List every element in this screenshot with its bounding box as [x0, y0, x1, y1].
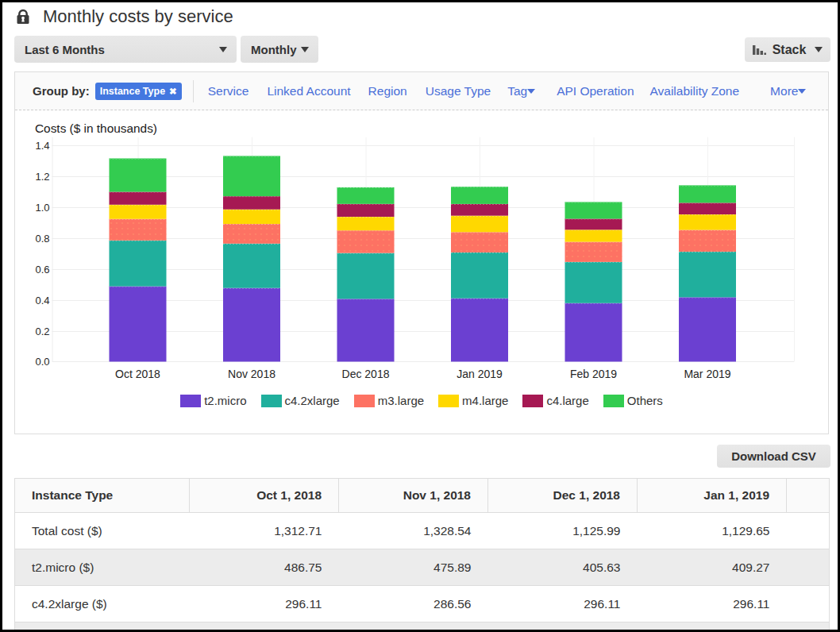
svg-text:Costs ($ in thousands): Costs ($ in thousands)	[35, 121, 157, 135]
svg-text:1.0: 1.0	[35, 202, 49, 214]
svg-text:0.8: 0.8	[35, 233, 49, 245]
svg-text:1.2: 1.2	[35, 171, 49, 183]
svg-text:0.0: 0.0	[35, 356, 49, 368]
svg-text:Mar 2019: Mar 2019	[684, 368, 730, 380]
svg-text:Feb 2019: Feb 2019	[570, 368, 617, 380]
svg-text:Oct 2018: Oct 2018	[115, 368, 160, 380]
svg-text:0.4: 0.4	[35, 295, 49, 306]
svg-text:Jan 2019: Jan 2019	[457, 368, 503, 380]
svg-text:0.6: 0.6	[35, 264, 49, 276]
svg-text:0.2: 0.2	[35, 326, 49, 337]
svg-text:Nov 2018: Nov 2018	[228, 368, 276, 380]
svg-text:1.4: 1.4	[35, 140, 49, 152]
svg-text:Dec 2018: Dec 2018	[342, 368, 390, 380]
